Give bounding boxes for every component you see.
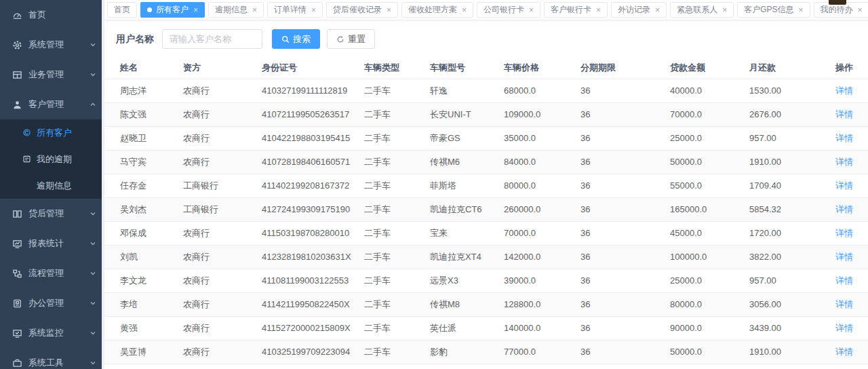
- table-cell: 41152720000215809X: [262, 316, 364, 340]
- tab-customer-bank-card[interactable]: 客户银行卡×: [544, 2, 608, 18]
- detail-link[interactable]: 详情: [835, 228, 853, 238]
- tab-collection-records[interactable]: 贷后催收记录×: [326, 2, 398, 18]
- tab-close-icon[interactable]: ×: [722, 6, 727, 14]
- table-cell: 36: [580, 245, 670, 269]
- detail-link[interactable]: 详情: [835, 85, 853, 96]
- sidebar-item-customer-mgmt[interactable]: 客户管理: [0, 90, 104, 119]
- table-row: 周明洋农商行410322199306142817二手车卡罗拉98000.0366…: [104, 364, 868, 369]
- tab-collection-plan[interactable]: 催收处理方案×: [401, 2, 473, 18]
- tab-close-icon[interactable]: ×: [529, 6, 534, 14]
- chevron-down-icon: [90, 41, 96, 48]
- table-cell: 1709.40: [749, 174, 828, 197]
- table-cell: 详情: [828, 292, 868, 316]
- sidebar-item-system-monitor[interactable]: 系统监控: [0, 318, 104, 348]
- reset-button[interactable]: 重置: [327, 29, 375, 49]
- customers-icon: [22, 128, 31, 137]
- table-row: 吴刘杰工商银行412724199309175190二手车凯迪拉克CT626000…: [104, 197, 868, 221]
- sidebar-subitem-my-overdue[interactable]: 我的逾期: [0, 146, 104, 172]
- table-cell: 二手车: [364, 126, 430, 150]
- table-cell: 宝来: [430, 221, 504, 245]
- avatar[interactable]: [829, 0, 846, 5]
- detail-link[interactable]: 详情: [835, 157, 853, 167]
- tab-close-icon[interactable]: ×: [655, 6, 660, 14]
- table-cell: 农商行: [183, 102, 262, 126]
- tab-customer-gps[interactable]: 客户GPS信息×: [737, 2, 810, 18]
- column-header: 资方: [183, 58, 262, 79]
- tab-close-icon[interactable]: ×: [387, 6, 391, 14]
- detail-link[interactable]: 详情: [835, 323, 853, 333]
- sidebar-subitem-overdue-info[interactable]: 逾期信息: [0, 172, 104, 199]
- tab-close-icon[interactable]: ×: [798, 6, 803, 14]
- tab-company-bank-card[interactable]: 公司银行卡×: [477, 2, 540, 18]
- table-cell: 农商行: [183, 245, 262, 269]
- tab-close-icon[interactable]: ×: [596, 6, 601, 14]
- table-cell: 详情: [828, 221, 868, 245]
- table-cell: 农商行: [183, 269, 262, 292]
- detail-link[interactable]: 详情: [835, 133, 853, 143]
- table-cell: 周明洋: [104, 364, 183, 369]
- detail-link[interactable]: 详情: [835, 180, 853, 191]
- detail-link[interactable]: 详情: [835, 252, 853, 262]
- table-cell: 70000.0: [670, 102, 749, 126]
- table-cell: 农商行: [183, 126, 262, 150]
- sidebar-item-process-mgmt[interactable]: 流程管理: [0, 258, 104, 288]
- table-cell: 详情: [828, 150, 868, 174]
- table-cell: 40000.0: [670, 79, 749, 102]
- customer-name-input[interactable]: [162, 29, 262, 49]
- table-cell: 165000.0: [670, 197, 749, 221]
- table-cell: 2293.00: [749, 364, 828, 369]
- detail-link[interactable]: 详情: [835, 347, 853, 357]
- table-cell: 李文龙: [104, 269, 183, 292]
- column-header: 分期期限: [580, 58, 670, 79]
- search-button[interactable]: 搜索: [272, 29, 320, 49]
- table-cell: 410728198406160571: [262, 150, 364, 174]
- book-icon: [12, 209, 22, 219]
- tab-order-detail[interactable]: 订单详情×: [267, 2, 323, 18]
- sidebar-subitem-all-customers[interactable]: 所有客户: [0, 119, 104, 146]
- column-header: 贷款金额: [670, 58, 749, 79]
- report-icon: [12, 239, 22, 249]
- table-cell: 1910.00: [749, 150, 828, 174]
- column-header: 车辆类型: [364, 58, 430, 79]
- sidebar-item-report-stats[interactable]: 报表统计: [0, 229, 104, 258]
- table-cell: 马守宾: [104, 150, 183, 174]
- tab-close-icon[interactable]: ×: [193, 6, 198, 14]
- detail-link[interactable]: 详情: [835, 275, 853, 286]
- sidebar: 首页系统管理业务管理客户管理所有客户我的逾期逾期信息贷后管理报表统计流程管理办公…: [0, 0, 104, 369]
- table-cell: 410422198803195415: [262, 126, 364, 150]
- table-cell: 帝豪GS: [430, 126, 504, 150]
- table-cell: 3822.00: [749, 245, 828, 269]
- table-cell: 凯迪拉克XT4: [430, 245, 504, 269]
- tab-visit-records[interactable]: 外访记录×: [611, 2, 667, 18]
- detail-link[interactable]: 详情: [835, 204, 853, 214]
- table-cell: 农商行: [183, 316, 262, 340]
- sidebar-item-postloan-mgmt[interactable]: 贷后管理: [0, 199, 104, 229]
- tab-home[interactable]: 首页: [107, 2, 137, 18]
- tab-close-icon[interactable]: ×: [858, 6, 863, 14]
- table-cell: 84000.0: [504, 150, 580, 174]
- sidebar-item-system-tools[interactable]: 系统工具: [0, 348, 104, 369]
- table-cell: 36: [580, 292, 670, 316]
- sidebar-item-home[interactable]: 首页: [0, 0, 104, 30]
- table-cell: 周志洋: [104, 79, 183, 102]
- tab-emergency-contacts[interactable]: 紧急联系人×: [670, 2, 734, 18]
- active-dot: [147, 7, 152, 12]
- tab-all-customers[interactable]: 所有客户×: [140, 2, 205, 18]
- sidebar-item-system-mgmt[interactable]: 系统管理: [0, 30, 104, 60]
- table-cell: 二手车: [364, 340, 430, 364]
- detail-link[interactable]: 详情: [835, 109, 853, 119]
- tab-overdue-info[interactable]: 逾期信息×: [208, 2, 264, 18]
- table-header-row: 姓名资方身份证号车辆类型车辆型号车辆价格分期期限贷款金额月还款操作: [104, 58, 868, 79]
- table-cell: 128800.0: [504, 292, 580, 316]
- table-cell: 农商行: [183, 292, 262, 316]
- monitor-icon: [12, 328, 22, 338]
- sidebar-item-business-mgmt[interactable]: 业务管理: [0, 60, 104, 90]
- tab-close-icon[interactable]: ×: [311, 6, 316, 14]
- detail-link[interactable]: 详情: [835, 299, 853, 309]
- tab-close-icon[interactable]: ×: [252, 6, 257, 14]
- tab-close-icon[interactable]: ×: [462, 6, 467, 14]
- table-cell: 工商银行: [183, 174, 262, 197]
- sidebar-item-office-mgmt[interactable]: 办公管理: [0, 288, 104, 318]
- table-cell: 98000.0: [504, 364, 580, 369]
- chevron-down-icon: [90, 300, 96, 307]
